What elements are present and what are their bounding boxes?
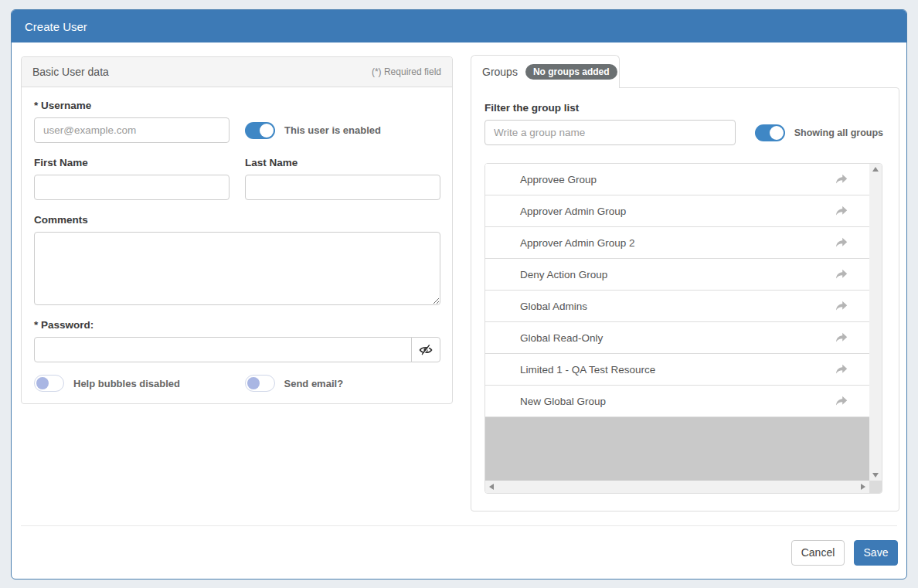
comments-label: Comments <box>34 214 440 226</box>
toggle-knob <box>247 377 260 389</box>
basic-panel-title: Basic User data <box>32 66 109 78</box>
password-label: * Password: <box>34 319 440 331</box>
password-input[interactable] <box>34 337 412 362</box>
group-name: New Global Group <box>520 396 835 407</box>
add-group-arrow-icon[interactable] <box>835 364 848 375</box>
toggle-knob <box>770 126 784 140</box>
group-name: Approver Admin Group <box>520 206 835 217</box>
group-list-item[interactable]: Global Admins <box>485 291 869 322</box>
group-rows: Approvee Group Approver Admin Group Appr… <box>485 164 869 481</box>
add-group-arrow-icon[interactable] <box>835 174 848 185</box>
toggle-knob <box>36 377 49 389</box>
groups-panel: Filter the group list Showing all groups… <box>471 87 899 512</box>
basic-user-data-panel: Basic User data (*) Required field * Use… <box>21 56 453 404</box>
group-name: Limited 1 - QA Test Resource <box>520 364 835 376</box>
user-enabled-toggle[interactable] <box>245 122 275 139</box>
showing-all-groups-label: Showing all groups <box>794 127 883 138</box>
first-name-label: First Name <box>34 157 230 168</box>
toggle-knob <box>260 124 274 138</box>
showing-all-groups-toggle[interactable] <box>755 124 785 141</box>
basic-panel-header: Basic User data (*) Required field <box>22 57 452 87</box>
scroll-down-icon[interactable] <box>872 473 879 478</box>
last-name-label: Last Name <box>245 157 440 168</box>
add-group-arrow-icon[interactable] <box>835 396 848 406</box>
group-list-item[interactable]: Approver Admin Group 2 <box>485 227 869 259</box>
vertical-scrollbar[interactable] <box>869 164 882 481</box>
modal-footer: Cancel Save <box>12 526 906 579</box>
horizontal-scrollbar[interactable] <box>485 481 869 493</box>
add-group-arrow-icon[interactable] <box>835 332 848 343</box>
groups-tab-label: Groups <box>482 66 518 78</box>
group-list-item[interactable]: New Global Group <box>485 386 869 417</box>
group-list-item[interactable]: Limited 1 - QA Test Resource <box>485 354 869 386</box>
no-groups-badge: No groups added <box>525 64 617 80</box>
help-bubbles-label: Help bubbles disabled <box>73 378 180 389</box>
eye-slash-icon <box>419 344 433 356</box>
send-email-toggle[interactable] <box>245 375 275 392</box>
scroll-up-icon[interactable] <box>872 167 879 172</box>
group-list-item[interactable]: Approver Admin Group <box>485 195 869 227</box>
modal-body: Basic User data (*) Required field * Use… <box>12 42 906 526</box>
scroll-left-icon[interactable] <box>489 484 494 490</box>
group-list: Approvee Group Approver Admin Group Appr… <box>484 163 882 494</box>
filter-group-list-label: Filter the group list <box>484 102 883 114</box>
add-group-arrow-icon[interactable] <box>835 206 848 216</box>
modal-header: Create User <box>12 10 906 42</box>
add-group-arrow-icon[interactable] <box>835 269 848 280</box>
add-group-arrow-icon[interactable] <box>835 237 848 248</box>
group-list-item[interactable]: Approvee Group <box>485 164 869 195</box>
group-name: Deny Action Group <box>520 269 835 280</box>
cancel-button[interactable]: Cancel <box>791 540 845 566</box>
group-list-item[interactable]: Deny Action Group <box>485 259 869 291</box>
create-user-modal: Create User Basic User data (*) Required… <box>11 9 907 580</box>
show-password-button[interactable] <box>411 337 440 362</box>
group-filter-input[interactable] <box>484 120 736 145</box>
add-group-arrow-icon[interactable] <box>835 301 848 311</box>
tab-groups[interactable]: Groups No groups added <box>471 55 620 88</box>
first-name-input[interactable] <box>34 175 230 200</box>
help-bubbles-toggle[interactable] <box>34 375 64 392</box>
send-email-label: Send email? <box>284 378 344 389</box>
username-label: * Username <box>34 100 440 111</box>
user-enabled-label: This user is enabled <box>284 124 381 136</box>
comments-textarea[interactable] <box>34 232 440 305</box>
group-list-empty-area <box>485 417 869 481</box>
group-name: Approvee Group <box>520 174 835 185</box>
basic-panel-body: * Username This user is enabled First Na… <box>22 87 452 403</box>
modal-title: Create User <box>25 20 87 33</box>
scroll-right-icon[interactable] <box>861 484 865 490</box>
save-button[interactable]: Save <box>854 540 898 566</box>
group-list-item[interactable]: Global Read-Only <box>485 322 869 354</box>
username-input[interactable] <box>34 117 230 143</box>
required-field-note: (*) Required field <box>372 66 441 77</box>
group-name: Global Admins <box>520 301 835 312</box>
group-name: Approver Admin Group 2 <box>520 237 835 249</box>
last-name-input[interactable] <box>245 175 440 200</box>
scrollbar-corner <box>869 481 882 493</box>
group-name: Global Read-Only <box>520 332 835 344</box>
